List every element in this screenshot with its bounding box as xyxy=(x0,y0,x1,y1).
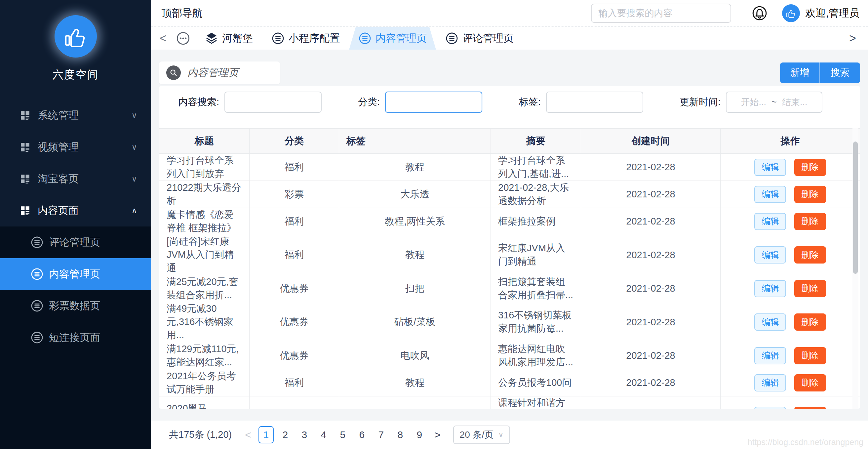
delete-button[interactable]: 删除 xyxy=(794,407,826,409)
delete-button[interactable]: 删除 xyxy=(794,374,826,391)
sidebar: 六度空间 系统管理 ∨ ∧ 视频管理 ∨ ∧ xyxy=(0,0,151,449)
edit-button[interactable]: 编辑 xyxy=(754,374,786,391)
date-start-placeholder: 开始... xyxy=(741,96,767,108)
menu-item-label: 视频管理 xyxy=(38,140,79,154)
grid-icon xyxy=(20,110,30,121)
pagination-next[interactable]: > xyxy=(429,429,446,441)
sidebar-submenu-item[interactable]: 彩票数据页 xyxy=(0,290,151,322)
circled-list-icon xyxy=(445,32,459,45)
main-area: 顶部导航 欢迎,管理员 < 河蟹堡 xyxy=(151,0,868,449)
delete-button[interactable]: 删除 xyxy=(794,313,826,331)
delete-button[interactable]: 删除 xyxy=(794,246,826,264)
search-button[interactable]: 搜索 xyxy=(820,62,860,83)
table-scrollbar-thumb[interactable] xyxy=(853,142,858,274)
sidebar-menu-item[interactable]: 淘宝客页 ∨ ∧ xyxy=(0,163,151,195)
watermark-text: https://blog.csdn.net/orangpeng xyxy=(748,438,863,447)
cell-actions: 编辑 删除 xyxy=(720,302,860,342)
cell-summary: 课程针对和谐方向人工智能、we... xyxy=(491,396,581,409)
page-number[interactable]: 2 xyxy=(278,426,293,443)
edit-button[interactable]: 编辑 xyxy=(754,213,786,230)
chevron-down-icon: ∨ xyxy=(131,111,137,120)
sidebar-submenu-item[interactable]: 短连接页面 xyxy=(0,322,151,354)
tab-label: 小程序配置 xyxy=(288,31,340,45)
cell-tag: 砧板/菜板 xyxy=(339,302,491,342)
submenu-item-label: 彩票数据页 xyxy=(49,299,100,313)
tabs-scroll-left[interactable]: < xyxy=(156,32,170,44)
app-logo[interactable] xyxy=(55,15,97,58)
cell-summary: 框架推拉案例 xyxy=(491,208,581,235)
edit-button[interactable]: 编辑 xyxy=(754,159,786,176)
delete-button[interactable]: 删除 xyxy=(794,213,826,230)
tab[interactable]: 内容管理页 xyxy=(349,27,436,50)
pagination-prev[interactable]: < xyxy=(240,429,256,441)
delete-button[interactable]: 删除 xyxy=(794,280,826,297)
tag-input[interactable] xyxy=(546,92,643,113)
column-header: 创建时间 xyxy=(581,129,720,154)
sidebar-submenu-item[interactable]: 内容管理页 xyxy=(0,258,151,290)
page-number[interactable]: 1 xyxy=(258,426,274,443)
add-button[interactable]: 新增 xyxy=(780,62,820,83)
cell-category: 福利 xyxy=(250,154,339,181)
tab-label: 评论管理页 xyxy=(462,31,514,45)
user-avatar[interactable] xyxy=(782,4,800,22)
page-number[interactable]: 5 xyxy=(335,426,350,443)
delete-button[interactable]: 删除 xyxy=(794,347,826,364)
cell-title: 学习打台球全系列入门到放弃 xyxy=(159,154,250,181)
cell-title: [尚硅谷]宋红康JVM从入门到精通 xyxy=(159,235,250,275)
edit-button[interactable]: 编辑 xyxy=(754,407,786,409)
sidebar-menu-item[interactable]: 系统管理 ∨ ∧ xyxy=(0,99,151,131)
page-number[interactable]: 4 xyxy=(316,426,331,443)
delete-button[interactable]: 删除 xyxy=(794,159,826,176)
topbar: 顶部导航 欢迎,管理员 xyxy=(151,0,868,26)
edit-button[interactable]: 编辑 xyxy=(754,313,786,331)
page-number[interactable]: 3 xyxy=(297,426,312,443)
cell-tag: 教程 xyxy=(339,396,491,409)
app-root: 六度空间 系统管理 ∨ ∧ 视频管理 ∨ ∧ xyxy=(0,0,868,449)
content-search-label: 内容搜索: xyxy=(178,95,219,109)
page-number[interactable]: 6 xyxy=(354,426,370,443)
notification-bell-icon[interactable] xyxy=(752,5,768,21)
content-search-input[interactable] xyxy=(224,92,321,113)
delete-button[interactable]: 删除 xyxy=(794,186,826,203)
cell-summary: 惠能达网红电吹风机家用理发店... xyxy=(491,342,581,369)
page-number[interactable]: 7 xyxy=(373,426,389,443)
table-row: 学习打台球全系列入门到放弃 福利 教程 学习打台球全系列入门,基础,进... 2… xyxy=(159,154,860,181)
edit-button[interactable]: 编辑 xyxy=(754,280,786,297)
chevron-down-icon: ∨ xyxy=(131,174,137,183)
edit-button[interactable]: 编辑 xyxy=(754,246,786,264)
cell-title: 2021年公务员考试万能手册 xyxy=(159,369,250,396)
filter-content-search: 内容搜索: xyxy=(178,92,321,113)
sidebar-submenu-item[interactable]: 评论管理页 xyxy=(0,227,151,258)
cell-actions: 编辑 删除 xyxy=(720,369,860,396)
cell-summary: 扫把簸箕套装组合家用折叠扫帚... xyxy=(491,275,581,302)
column-header: 操作 xyxy=(720,129,860,154)
tabs-scroll-right[interactable]: > xyxy=(845,32,860,44)
chevron-down-icon: ∨ xyxy=(131,143,137,152)
app-name: 六度空间 xyxy=(0,67,151,82)
table-header-row: 标题 分类 标签 摘要 创建时间 操作 xyxy=(159,129,860,154)
sidebar-menu-item[interactable]: 内容页面 ∨ ∧ xyxy=(0,195,151,227)
cell-title: 满49元减30元,316不锈钢家用... xyxy=(159,302,250,342)
edit-button[interactable]: 编辑 xyxy=(754,186,786,203)
cell-summary: 2021-02-28,大乐透数据分析 xyxy=(491,181,581,208)
cell-category: 彩票 xyxy=(250,181,339,208)
tab[interactable]: 小程序配置 xyxy=(262,27,349,50)
category-input[interactable] xyxy=(385,92,482,113)
tabs-more-icon[interactable] xyxy=(176,31,190,46)
page-number[interactable]: 9 xyxy=(412,426,427,443)
date-range-input[interactable]: 开始... ~ 结束... xyxy=(726,92,823,113)
search-badge-icon xyxy=(166,65,181,80)
global-search-input[interactable] xyxy=(591,4,731,23)
tab[interactable]: 河蟹堡 xyxy=(196,27,262,50)
tabbar: < 河蟹堡 小程序配置 xyxy=(151,26,868,50)
page-size-select[interactable]: 20 条/页 ∨ xyxy=(453,425,510,444)
cell-category: 福利 xyxy=(250,208,339,235)
table-row: 2021年公务员考试万能手册 福利 教程 公务员报考100问 2021-02-2… xyxy=(159,369,860,396)
tab[interactable]: 评论管理页 xyxy=(436,27,523,50)
action-button-group: 新增 搜索 xyxy=(780,62,860,83)
sidebar-menu-item[interactable]: 视频管理 ∨ ∧ xyxy=(0,131,151,163)
cell-actions: 编辑 删除 xyxy=(720,208,860,235)
page-number[interactable]: 8 xyxy=(393,426,408,443)
edit-button[interactable]: 编辑 xyxy=(754,347,786,364)
pagination-total: 共175条 (1,20) xyxy=(169,428,232,441)
